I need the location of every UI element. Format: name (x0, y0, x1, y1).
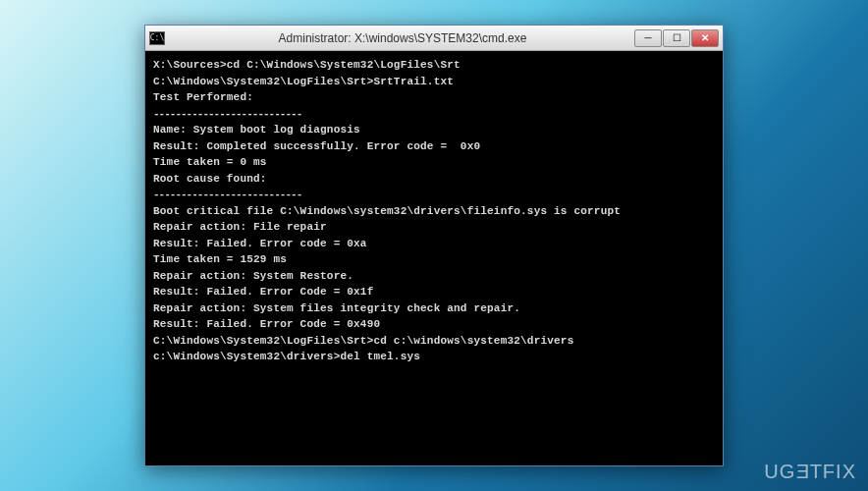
terminal-divider: --------------------------- (153, 106, 715, 123)
terminal-line: C:\Windows\System32\LogFiles\Srt>SrtTrai… (153, 74, 715, 90)
terminal-line: Time taken = 1529 ms (153, 251, 715, 268)
terminal-line: Test Performed: (153, 89, 715, 106)
terminal-line: Repair action: File repair (153, 219, 715, 236)
terminal-line: X:\Sources>cd C:\Windows\System32\LogFil… (153, 57, 715, 74)
window-title: Administrator: X:\windows\SYSTEM32\cmd.e… (171, 31, 634, 45)
terminal-line: Root cause found: (153, 171, 715, 188)
close-button[interactable]: ✕ (691, 29, 719, 47)
terminal-line: Result: Failed. Error code = 0xa (153, 236, 715, 252)
terminal-line: Time taken = 0 ms (153, 154, 715, 171)
watermark-logo: UGETFIX (764, 461, 856, 483)
terminal-line: Repair action: System Restore. (153, 268, 715, 285)
terminal-line: Repair action: System files integrity ch… (153, 300, 715, 317)
terminal-line: Result: Failed. Error Code = 0x1f (153, 284, 715, 300)
terminal-line: C:\Windows\System32\LogFiles\Srt>cd c:\w… (153, 333, 715, 350)
cmd-icon: C:\ (149, 31, 165, 45)
cmd-window: C:\ Administrator: X:\windows\SYSTEM32\c… (144, 25, 724, 466)
terminal-line: Boot critical file C:\Windows\system32\d… (153, 203, 715, 220)
terminal-line: Name: System boot log diagnosis (153, 122, 715, 138)
window-controls: ─ ☐ ✕ (634, 29, 719, 47)
terminal-divider: --------------------------- (153, 187, 715, 203)
terminal-line: c:\Windows\System32\drivers>del tmel.sys (153, 349, 715, 365)
titlebar[interactable]: C:\ Administrator: X:\windows\SYSTEM32\c… (145, 26, 723, 51)
terminal-line: Result: Failed. Error Code = 0x490 (153, 316, 715, 333)
maximize-button[interactable]: ☐ (663, 29, 690, 47)
terminal-content[interactable]: X:\Sources>cd C:\Windows\System32\LogFil… (145, 51, 723, 465)
terminal-line: Result: Completed successfully. Error co… (153, 138, 715, 155)
minimize-button[interactable]: ─ (634, 29, 662, 47)
